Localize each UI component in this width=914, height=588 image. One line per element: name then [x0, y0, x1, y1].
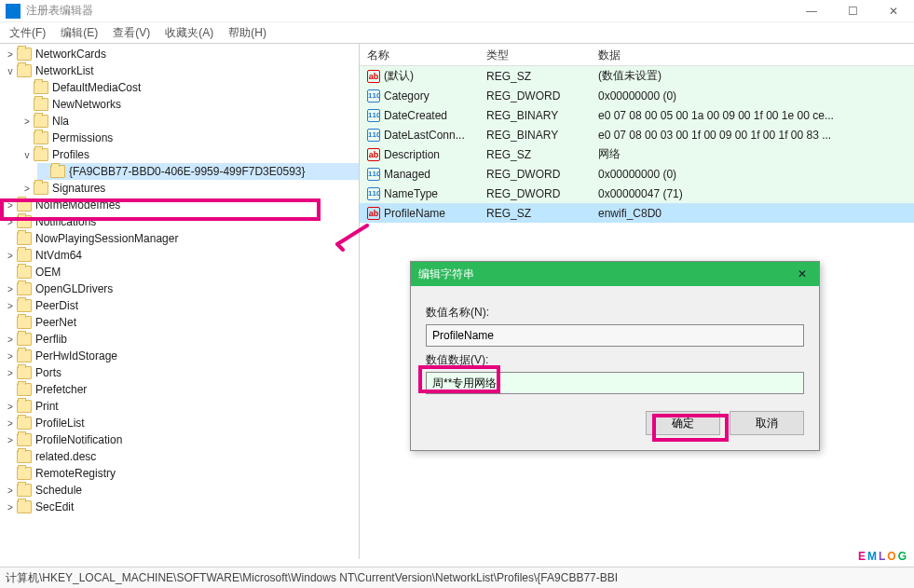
value-name: DateCreated	[384, 109, 447, 122]
folder-icon	[17, 215, 32, 228]
close-button[interactable]: ✕	[873, 0, 914, 22]
tree-item[interactable]: >Print	[4, 398, 359, 415]
expand-icon[interactable]: >	[20, 116, 34, 127]
folder-icon	[17, 333, 32, 346]
col-name[interactable]: 名称	[360, 44, 479, 65]
folder-icon	[17, 484, 32, 497]
expand-icon[interactable]: >	[4, 502, 17, 513]
folder-icon	[34, 148, 48, 161]
tree-item[interactable]: >Signatures	[20, 180, 359, 197]
tree-item[interactable]: >Nla	[20, 113, 359, 130]
tree-item-label: NtVdm64	[35, 249, 82, 262]
tree-item[interactable]: >Schedule	[4, 482, 359, 499]
tree-item-label: Prefetcher	[35, 383, 87, 396]
ok-button[interactable]: 确定	[646, 411, 720, 435]
menu-view[interactable]: 查看(V)	[105, 23, 157, 43]
expand-icon[interactable]: >	[4, 418, 17, 429]
folder-icon	[17, 198, 32, 212]
tree-item[interactable]: related.desc	[4, 448, 359, 465]
expand-icon[interactable]: >	[4, 335, 17, 345]
tree-item-label: Notifications	[35, 215, 96, 228]
tree-item[interactable]: >Notifications	[4, 213, 359, 230]
tree-item[interactable]: vProfiles	[20, 146, 359, 163]
folder-icon	[17, 366, 32, 379]
list-body: ab(默认)REG_SZ(数值未设置)110CategoryREG_DWORD0…	[360, 66, 914, 223]
value-name-input[interactable]	[426, 324, 804, 347]
tree-item[interactable]: >PeerDist	[4, 297, 359, 314]
value-name: (默认)	[384, 68, 414, 84]
col-type[interactable]: 类型	[479, 44, 591, 65]
tree-item[interactable]: >Ports	[4, 364, 359, 381]
value-row[interactable]: 110ManagedREG_DWORD0x00000000 (0)	[360, 164, 914, 184]
menu-bar: 文件(F) 编辑(E) 查看(V) 收藏夹(A) 帮助(H)	[0, 22, 914, 43]
col-data[interactable]: 数据	[591, 44, 914, 65]
folder-icon	[17, 450, 32, 463]
expand-icon[interactable]: >	[20, 184, 34, 194]
expand-icon[interactable]: >	[4, 368, 17, 378]
value-data-input[interactable]	[426, 372, 804, 394]
expand-icon[interactable]: >	[4, 485, 17, 496]
string-icon: ab	[367, 207, 380, 220]
tree-item[interactable]: >OpenGLDrivers	[4, 280, 359, 297]
value-row[interactable]: abProfileNameREG_SZenwifi_C8D0	[360, 203, 914, 223]
tree-item[interactable]: vNetworkList	[4, 62, 359, 79]
expand-icon[interactable]: >	[4, 251, 17, 261]
tree-item[interactable]: >NtVdm64	[4, 247, 359, 264]
menu-favorites[interactable]: 收藏夹(A)	[157, 23, 221, 43]
value-row[interactable]: abDescriptionREG_SZ网络	[360, 144, 914, 164]
tree-item[interactable]: >NoImeModeImes	[4, 197, 359, 213]
menu-help[interactable]: 帮助(H)	[221, 23, 274, 43]
value-row[interactable]: 110DateCreatedREG_BINARYe0 07 08 00 05 0…	[360, 105, 914, 125]
tree-item[interactable]: >Perflib	[4, 331, 359, 348]
tree-item-label: Schedule	[35, 484, 82, 497]
menu-edit[interactable]: 编辑(E)	[53, 23, 105, 43]
value-row[interactable]: 110CategoryREG_DWORD0x00000000 (0)	[360, 86, 914, 105]
expand-icon[interactable]: >	[4, 217, 17, 227]
tree-item[interactable]: NowPlayingSessionManager	[4, 230, 359, 247]
tree-item[interactable]: DefaultMediaCost	[20, 79, 359, 96]
tree-item[interactable]: Prefetcher	[4, 381, 359, 398]
maximize-button[interactable]: ☐	[832, 0, 873, 22]
expand-icon[interactable]: v	[20, 150, 34, 160]
value-data: enwifi_C8D0	[591, 207, 914, 220]
dialog-titlebar[interactable]: 编辑字符串 ✕	[411, 262, 819, 286]
value-row[interactable]: 110NameTypeREG_DWORD0x00000047 (71)	[360, 184, 914, 203]
tree-item-label: NetworkList	[35, 64, 94, 77]
tree-item[interactable]: PeerNet	[4, 314, 359, 331]
expand-icon[interactable]: v	[4, 66, 17, 76]
minimize-button[interactable]: —	[791, 0, 832, 22]
tree-item[interactable]: OEM	[4, 264, 359, 280]
value-row[interactable]: ab(默认)REG_SZ(数值未设置)	[360, 66, 914, 86]
expand-icon[interactable]: >	[4, 200, 17, 211]
expand-icon[interactable]: >	[4, 435, 17, 445]
expand-icon[interactable]: >	[4, 301, 17, 311]
dialog-close-icon[interactable]: ✕	[793, 267, 812, 280]
expand-icon[interactable]: >	[4, 49, 17, 60]
value-name: ProfileName	[384, 207, 445, 220]
expand-icon[interactable]: >	[4, 402, 17, 412]
folder-icon	[17, 400, 32, 413]
tree-pane[interactable]: >NetworkCardsvNetworkListDefaultMediaCos…	[0, 44, 360, 559]
string-icon: ab	[367, 148, 380, 161]
expand-icon[interactable]: >	[4, 351, 17, 362]
menu-file[interactable]: 文件(F)	[2, 23, 53, 43]
tree-item[interactable]: >NetworkCards	[4, 46, 359, 62]
expand-icon[interactable]: >	[4, 284, 17, 294]
tree-item[interactable]: {FA9CBB77-BBD0-406E-9959-499F7D3E0593}	[37, 163, 359, 180]
tree-item-label: Print	[35, 400, 59, 413]
value-type: REG_SZ	[479, 207, 591, 220]
tree-item[interactable]: RemoteRegistry	[4, 465, 359, 482]
tree-item[interactable]: >ProfileList	[4, 415, 359, 431]
folder-icon	[17, 232, 32, 245]
value-type: REG_SZ	[479, 70, 591, 83]
tree-item[interactable]: >ProfileNotification	[4, 431, 359, 448]
cancel-button[interactable]: 取消	[730, 411, 804, 435]
tree-item[interactable]: NewNetworks	[20, 96, 359, 113]
tree-item[interactable]: Permissions	[20, 130, 359, 146]
folder-icon	[17, 433, 32, 446]
binary-icon: 110	[367, 89, 380, 103]
tree-item[interactable]: >PerHwIdStorage	[4, 348, 359, 364]
tree-item[interactable]: >SecEdit	[4, 499, 359, 515]
folder-icon	[17, 383, 32, 396]
value-row[interactable]: 110DateLastConn...REG_BINARYe0 07 08 00 …	[360, 125, 914, 144]
